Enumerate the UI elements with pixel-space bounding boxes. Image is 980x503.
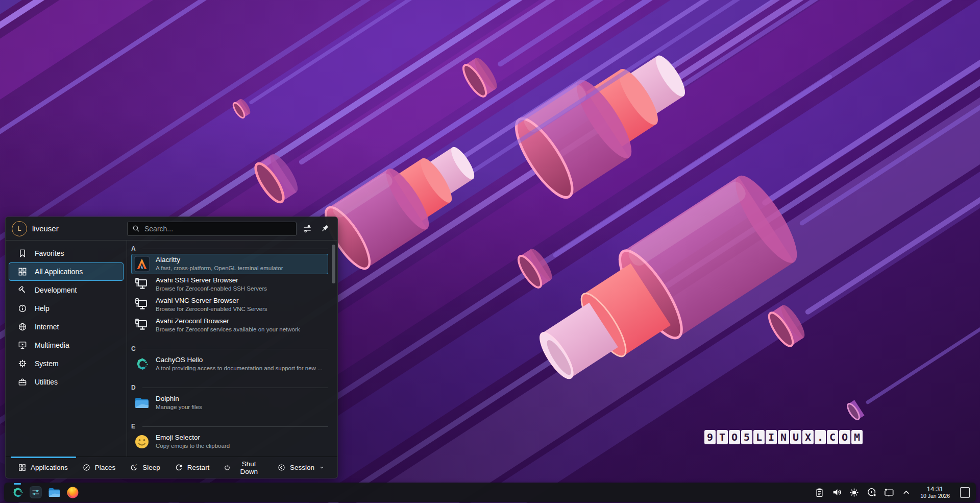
- app-text: CachyOS Hello A tool providing access to…: [156, 356, 323, 372]
- app-description: Manage your files: [156, 403, 202, 411]
- app-item-dolphin[interactable]: Dolphin Manage your files: [131, 393, 328, 413]
- section-letter: A: [131, 245, 138, 252]
- digital-clock[interactable]: 14:31 10 Jan 2026: [920, 486, 950, 499]
- alacritty-icon: [134, 256, 150, 272]
- username: liveuser: [32, 224, 59, 233]
- app-name: CachyOS Hello: [156, 356, 323, 365]
- app-name: Avahi SSH Server Browser: [156, 276, 267, 285]
- app-item-cachyos-hello[interactable]: CachyOS Hello A tool providing access to…: [131, 354, 328, 374]
- watermark-tile: C: [827, 430, 838, 444]
- section-header: A: [131, 244, 337, 254]
- app-description: A tool providing access to documentation…: [156, 365, 323, 372]
- active-indicator: [14, 483, 21, 485]
- session-button[interactable]: Session: [270, 457, 332, 478]
- clock-date: 10 Jan 2026: [920, 493, 950, 499]
- app-name: Avahi VNC Server Browser: [156, 297, 267, 305]
- search-field[interactable]: [143, 224, 292, 233]
- watermark-tile: .: [815, 430, 826, 444]
- grid-icon: [18, 463, 27, 472]
- sidebar-item-utilities[interactable]: Utilities: [9, 373, 124, 391]
- firefox-icon: [66, 486, 80, 499]
- active-tab-indicator: [11, 457, 76, 458]
- brightness-icon[interactable]: [847, 486, 861, 499]
- launcher-header: L liveuser: [6, 217, 337, 241]
- section-header: D: [131, 382, 337, 393]
- shutdown-button[interactable]: Shut Down: [216, 457, 270, 478]
- app-item-avahi-zeroconf[interactable]: Avahi Zeroconf Browser Browse for Zeroco…: [131, 315, 328, 336]
- section-header: E: [131, 421, 337, 432]
- watermark-tile: U: [790, 430, 801, 444]
- sidebar-item-development[interactable]: Development: [9, 281, 124, 299]
- app-description: A fast, cross-platform, OpenGL terminal …: [156, 265, 283, 272]
- peek-desktop-button[interactable]: [960, 487, 970, 498]
- sidebar-item-internet[interactable]: Internet: [9, 318, 124, 336]
- cachyos-logo: [134, 356, 150, 372]
- file-manager-launcher-button[interactable]: [45, 483, 63, 501]
- clock-time: 14:31: [927, 486, 944, 493]
- app-text: Dolphin Manage your files: [156, 395, 202, 411]
- app-description: Copy emojis to the clipboard: [156, 442, 230, 449]
- sidebar-item-favorites[interactable]: Favorites: [9, 244, 124, 262]
- app-text: Avahi SSH Server Browser Browse for Zero…: [156, 276, 267, 292]
- app-item-avahi-vnc[interactable]: Avahi VNC Server Browser Browse for Zero…: [131, 295, 328, 315]
- clipboard-icon[interactable]: [813, 486, 826, 499]
- app-name: Dolphin: [156, 395, 202, 403]
- search-input[interactable]: [127, 222, 297, 236]
- scrollbar[interactable]: [332, 245, 335, 283]
- watermark-tile: O: [729, 430, 740, 444]
- tab-label: Applications: [31, 464, 68, 471]
- tab-places[interactable]: Places: [75, 457, 123, 478]
- app-item-avahi-ssh[interactable]: Avahi SSH Server Browser Browse for Zero…: [131, 274, 328, 295]
- chevron-down-icon: [318, 464, 325, 471]
- gear-icon: [17, 358, 28, 369]
- app-text: Avahi Zeroconf Browser Browse for Zeroco…: [156, 317, 300, 333]
- avatar-initial: L: [18, 225, 21, 232]
- sidebar-item-label: Internet: [35, 323, 59, 331]
- watermark-tile: I: [766, 430, 777, 444]
- search-icon: [132, 224, 140, 233]
- folder-icon: [47, 486, 61, 499]
- app-text: Emoji Selector Copy emojis to the clipbo…: [156, 434, 230, 449]
- app-item-emoji-selector[interactable]: Emoji Selector Copy emojis to the clipbo…: [131, 432, 328, 452]
- application-list: A Alacritty A fast, cross-platform, Open…: [127, 241, 337, 457]
- watermark-tile: 9: [704, 430, 716, 444]
- application-launcher-button[interactable]: [8, 483, 27, 501]
- sidebar-item-label: All Applications: [35, 268, 83, 276]
- app-description: Browse for Zeroconf services available o…: [156, 326, 300, 333]
- app-text: Avahi VNC Server Browser Browse for Zero…: [156, 297, 267, 313]
- sidebar-item-label: Favorites: [35, 249, 64, 257]
- sidebar-item-system[interactable]: System: [9, 354, 124, 373]
- chevron-up-icon[interactable]: [899, 486, 913, 499]
- cachyos-logo: [11, 486, 24, 499]
- app-description: Browse for Zeroconf-enabled SSH Servers: [156, 285, 267, 292]
- tab-label: Places: [95, 464, 116, 471]
- configure-icon[interactable]: [301, 222, 314, 235]
- restart-button[interactable]: Restart: [167, 457, 217, 478]
- user-info: L liveuser: [12, 221, 127, 236]
- action-label: Sleep: [142, 464, 160, 471]
- sleep-button[interactable]: zz Sleep: [122, 457, 167, 478]
- multimedia-icon: [17, 340, 28, 350]
- sidebar-item-label: Help: [35, 304, 50, 313]
- section-letter: C: [131, 345, 138, 352]
- launcher-body: Favorites All Applications Development H…: [6, 241, 337, 457]
- section-divider: [142, 249, 328, 249]
- app-item-alacritty[interactable]: Alacritty A fast, cross-platform, OpenGL…: [131, 254, 328, 274]
- network-computer-icon: [134, 276, 150, 293]
- avatar[interactable]: L: [12, 221, 27, 236]
- sidebar-item-all-applications[interactable]: All Applications: [9, 262, 124, 281]
- settings-launcher-button[interactable]: [27, 483, 45, 501]
- display-icon[interactable]: [882, 486, 896, 499]
- section-divider: [142, 426, 328, 427]
- network-computer-icon: [134, 317, 150, 333]
- firefox-launcher-button[interactable]: [63, 483, 82, 501]
- volume-icon[interactable]: [830, 486, 844, 499]
- watermark-tile: T: [717, 430, 728, 444]
- pin-icon[interactable]: [318, 222, 331, 235]
- power-icon: [224, 463, 231, 472]
- tab-applications[interactable]: Applications: [11, 457, 75, 478]
- watermark-tile: 5: [741, 430, 752, 444]
- disks-icon[interactable]: [865, 486, 878, 499]
- sidebar-item-multimedia[interactable]: Multimedia: [9, 336, 124, 354]
- sidebar-item-help[interactable]: Help: [9, 299, 124, 318]
